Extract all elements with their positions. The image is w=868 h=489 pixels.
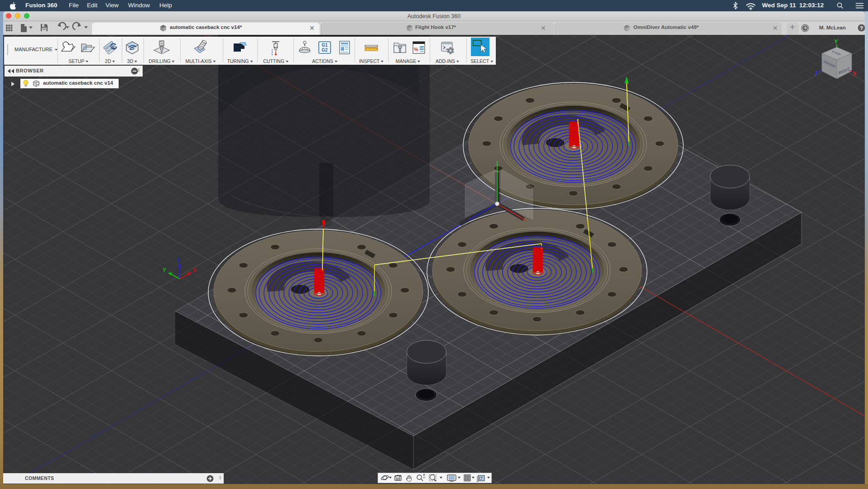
svg-text:?: ? (860, 25, 863, 31)
svg-text:Z: Z (177, 258, 180, 264)
svg-text:Z: Z (815, 70, 818, 77)
svg-text:G2: G2 (321, 48, 328, 53)
svg-text:%: % (414, 47, 418, 52)
svg-text:Y: Y (163, 267, 166, 273)
svg-text:Y: Y (834, 38, 838, 45)
svg-text:X: X (193, 267, 197, 273)
svg-text:G1: G1 (321, 43, 328, 48)
svg-text:X: X (853, 70, 857, 77)
